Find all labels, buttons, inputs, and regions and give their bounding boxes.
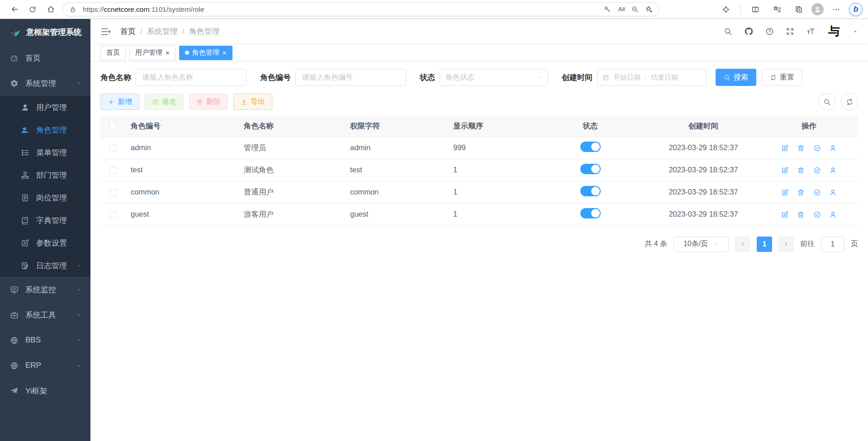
close-icon[interactable]: × (223, 49, 227, 56)
sidebar-item-log-mgmt[interactable]: 日志管理 (0, 254, 90, 277)
row-checkbox[interactable] (109, 167, 117, 174)
add-favorite-icon[interactable] (645, 5, 653, 13)
tab-user-mgmt[interactable]: 用户管理 × (129, 46, 175, 60)
sidebar-item-home[interactable]: 首页 (0, 45, 90, 71)
zoom-out-icon[interactable] (631, 6, 639, 13)
row-delete-icon[interactable] (797, 189, 805, 196)
row-data-scope-icon[interactable] (813, 211, 821, 218)
sidebar-item-post-mgmt[interactable]: 岗位管理 (0, 186, 90, 209)
row-assign-user-icon[interactable] (829, 211, 837, 218)
fullscreen-icon[interactable] (786, 27, 794, 36)
sidebar-item-dict-mgmt[interactable]: 字典管理 (0, 209, 90, 232)
row-checkbox[interactable] (109, 189, 117, 196)
add-button[interactable]: 新增 (100, 94, 139, 110)
github-icon[interactable] (744, 27, 754, 36)
search-icon[interactable] (724, 27, 732, 36)
sidebar-item-yi-framework[interactable]: Yi框架 (0, 378, 90, 403)
password-key-icon[interactable] (604, 6, 611, 13)
sidebar-item-erp[interactable]: ERP (0, 353, 90, 378)
row-assign-user-icon[interactable] (829, 144, 837, 152)
date-range-picker[interactable]: 开始日期 - 结束日期 (597, 69, 707, 86)
sidebar-item-monitor[interactable]: 系统监控 (0, 277, 90, 302)
user-avatar-logo[interactable]: 与 (827, 25, 841, 38)
font-size-icon[interactable] (806, 27, 816, 36)
role-code-input[interactable] (295, 69, 406, 86)
favorites-icon[interactable] (768, 2, 786, 17)
sidebar-item-menu-mgmt[interactable]: 菜单管理 (0, 141, 90, 164)
row-data-scope-icon[interactable] (813, 189, 821, 196)
breadcrumb-home[interactable]: 首页 (120, 26, 136, 37)
split-screen-icon[interactable] (746, 2, 764, 17)
row-data-scope-icon[interactable] (813, 166, 821, 174)
status-toggle[interactable] (580, 164, 601, 174)
select-all-checkbox[interactable] (109, 123, 117, 130)
tab-home[interactable]: 首页 (100, 46, 126, 60)
profile-avatar[interactable] (811, 3, 824, 15)
tabs-bar: 首页 用户管理 × 角色管理 × (90, 44, 868, 62)
page-button-1[interactable]: 1 (757, 237, 772, 252)
sidebar-item-label: ERP (25, 361, 41, 370)
delete-button[interactable]: 删除 (189, 94, 228, 110)
sidebar-item-system[interactable]: 系统管理 (0, 71, 90, 96)
row-assign-user-icon[interactable] (829, 189, 837, 196)
sidebar-item-role-mgmt[interactable]: 角色管理 (0, 119, 90, 141)
row-checkbox[interactable] (109, 145, 117, 152)
monitor-icon (10, 285, 19, 294)
status-select[interactable]: 角色状态 (440, 69, 548, 86)
back-icon[interactable] (5, 2, 24, 17)
cell-order: 1 (448, 159, 534, 181)
row-delete-icon[interactable] (797, 166, 805, 174)
row-data-scope-icon[interactable] (813, 144, 821, 152)
download-icon (241, 99, 247, 105)
goto-page-input[interactable] (821, 237, 844, 252)
sidebar-item-tools[interactable]: 系统工具 (0, 302, 90, 327)
help-icon[interactable] (765, 27, 774, 36)
lock-icon (69, 6, 76, 13)
toggle-search-button[interactable] (818, 93, 835, 110)
row-checkbox[interactable] (109, 211, 117, 218)
settings-dots-icon[interactable] (827, 2, 845, 17)
refresh-table-button[interactable] (841, 93, 858, 110)
reset-button[interactable]: 重置 (762, 69, 802, 86)
row-edit-icon[interactable] (781, 144, 789, 152)
paper-plane-icon (10, 387, 19, 395)
status-toggle[interactable] (580, 186, 601, 196)
sidebar-item-dept-mgmt[interactable]: 部门管理 (0, 164, 90, 186)
tab-role-mgmt[interactable]: 角色管理 × (179, 46, 232, 60)
sprout-icon (9, 26, 21, 38)
copilot-icon[interactable]: b (849, 3, 863, 16)
search-button[interactable]: 搜索 (716, 69, 756, 86)
row-delete-icon[interactable] (797, 211, 805, 218)
url-text[interactable]: https://ccnetcore.com:1101/system/role (83, 5, 598, 14)
sidebar-item-param-settings[interactable]: 参数设置 (0, 232, 90, 254)
prev-page-button[interactable] (735, 237, 750, 252)
next-page-button[interactable] (778, 237, 794, 252)
status-toggle[interactable] (580, 208, 601, 218)
role-name-input[interactable] (136, 69, 247, 86)
chevron-down-icon (76, 286, 82, 293)
collections-icon[interactable] (790, 2, 808, 17)
sidebar-item-bbs[interactable]: BBS (0, 327, 90, 353)
row-actions (760, 137, 858, 159)
row-assign-user-icon[interactable] (829, 166, 837, 174)
browser-essentials-icon[interactable] (717, 2, 735, 17)
caret-down-icon[interactable] (853, 29, 858, 34)
row-delete-icon[interactable] (797, 144, 805, 152)
status-toggle[interactable] (580, 142, 601, 152)
org-tree-icon (21, 171, 29, 180)
row-edit-icon[interactable] (781, 189, 789, 196)
read-aloud-icon[interactable] (617, 5, 625, 13)
col-status: 状态 (534, 116, 647, 137)
role-code-label: 角色编号 (260, 72, 291, 83)
collapse-sidebar-icon[interactable] (100, 26, 111, 37)
page-size-select[interactable]: 10条/页 (674, 237, 729, 252)
sidebar-item-user-mgmt[interactable]: 用户管理 (0, 96, 90, 119)
close-icon[interactable]: × (166, 49, 170, 56)
reload-icon[interactable] (24, 2, 42, 17)
home-icon[interactable] (42, 2, 60, 17)
address-bar[interactable]: https://ccnetcore.com:1101/system/role (62, 2, 659, 16)
row-edit-icon[interactable] (781, 211, 789, 218)
row-edit-icon[interactable] (781, 166, 789, 174)
export-button[interactable]: 导出 (233, 94, 272, 110)
modify-button[interactable]: 修改 (145, 94, 184, 110)
